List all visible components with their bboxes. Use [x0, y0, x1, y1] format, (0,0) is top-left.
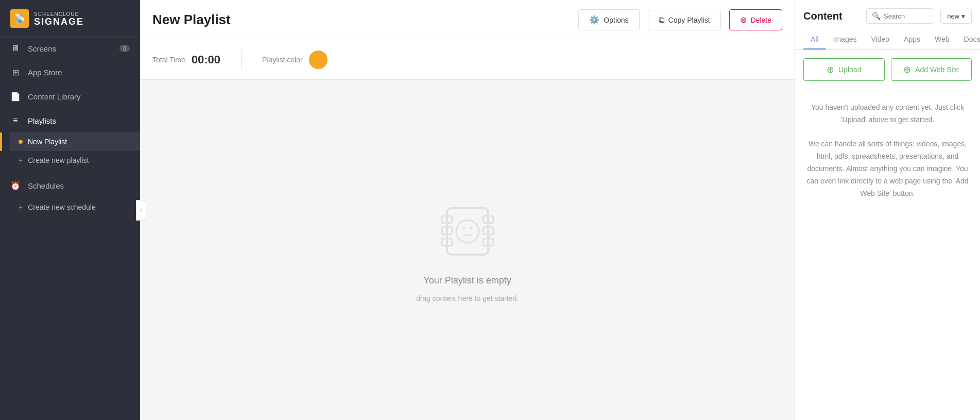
add-website-button[interactable]: ⊕ Add Web Site [891, 58, 972, 81]
search-box[interactable]: 🔍 [866, 8, 934, 24]
right-panel-empty-message: You haven't uploaded any content yet. Ju… [795, 89, 980, 212]
tab-docs[interactable]: Docs [957, 30, 980, 49]
screens-icon: 🖥 [10, 44, 21, 53]
chevron-down-icon: ▾ [961, 12, 965, 20]
new-playlist-label: New Playlist [28, 138, 67, 146]
screens-badge: 0 [119, 45, 130, 52]
svg-point-9 [470, 227, 472, 229]
playlist-color-stat: Playlist color [262, 51, 328, 69]
right-panel-title: Content [803, 10, 860, 22]
add-website-icon: ⊕ [903, 64, 911, 75]
playlists-label: Playlists [28, 116, 56, 125]
upload-icon: ⊕ [827, 64, 834, 75]
action-buttons: ⊕ Upload ⊕ Add Web Site [795, 50, 980, 89]
playlists-subnav: New Playlist + Create new playlist [0, 132, 140, 170]
create-playlist-label: Create new playlist [28, 156, 89, 164]
new-button[interactable]: new ▾ [940, 9, 972, 24]
logo-area: 📡 ScreenCloud SIGNAGE [0, 0, 140, 37]
sidebar-item-create-new-schedule[interactable]: + Create new schedule [10, 198, 140, 216]
sidebar-item-screens[interactable]: 🖥 Screens 0 [0, 37, 140, 60]
svg-point-7 [456, 220, 479, 243]
sidebar: 📡 ScreenCloud SIGNAGE 🖥 Screens 0 ⊞ App … [0, 0, 140, 420]
logo-emoji: 📡 [14, 13, 25, 24]
plus-icon-schedule: + [19, 203, 23, 211]
copy-icon: ⧉ [659, 15, 664, 25]
tab-apps[interactable]: Apps [897, 30, 927, 49]
tab-web[interactable]: Web [927, 30, 957, 49]
playlist-color-label: Playlist color [262, 56, 303, 64]
search-icon: 🔍 [872, 12, 881, 20]
new-button-label: new [947, 12, 959, 20]
svg-point-8 [462, 227, 465, 229]
tab-video[interactable]: Video [864, 30, 897, 49]
page-header: New Playlist ⚙️ Options ⧉ Copy Playlist … [140, 0, 795, 40]
schedules-subnav: + Create new schedule [0, 198, 140, 216]
right-top-row: Content 🔍 new ▾ [803, 8, 972, 24]
screens-label: Screens [28, 44, 56, 53]
content-library-icon: 📄 [10, 92, 21, 102]
schedules-icon: ⏰ [10, 181, 21, 191]
copy-playlist-label: Copy Playlist [668, 16, 710, 24]
empty-playlist-icon [432, 198, 504, 267]
right-panel-header: Content 🔍 new ▾ All Images Video Apps We… [795, 0, 980, 50]
options-button[interactable]: ⚙️ Options [578, 9, 639, 30]
upload-button[interactable]: ⊕ Upload [803, 58, 885, 81]
delete-button[interactable]: ⊗ Delete [729, 9, 782, 30]
page-title: New Playlist [152, 12, 570, 28]
empty-playlist-subtitle: drag content here to get started. [416, 294, 519, 303]
tab-images[interactable]: Images [826, 30, 864, 49]
total-time-value: 00:00 [192, 53, 220, 66]
options-icon: ⚙️ [589, 15, 599, 25]
logo-text: ScreenCloud SIGNAGE [34, 11, 84, 26]
tab-all[interactable]: All [803, 30, 826, 49]
stat-separator [241, 49, 242, 70]
main: New Playlist ⚙️ Options ⧉ Copy Playlist … [140, 0, 795, 420]
sidebar-item-playlists[interactable]: ≡ Playlists [0, 109, 140, 132]
sidebar-item-appstore[interactable]: ⊞ App Store [0, 60, 140, 85]
delete-icon: ⊗ [740, 15, 747, 25]
svg-rect-0 [447, 208, 488, 255]
delete-label: Delete [751, 16, 771, 24]
empty-playlist-title: Your Playlist is empty [423, 275, 511, 286]
active-dot [19, 140, 23, 144]
total-time-label: Total Time [152, 56, 185, 64]
total-time-stat: Total Time 00:00 [152, 53, 220, 66]
options-label: Options [604, 16, 628, 24]
empty-content-text: You haven't uploaded any content yet. Ju… [807, 103, 969, 197]
brand-bottom: SIGNAGE [34, 17, 84, 26]
content-tabs: All Images Video Apps Web Docs [803, 30, 972, 49]
logo-icon: 📡 [10, 9, 29, 28]
playlist-color-dot[interactable] [309, 51, 328, 69]
sidebar-item-content-library[interactable]: 📄 Content Library [0, 85, 140, 109]
search-input[interactable] [884, 12, 929, 20]
sidebar-item-new-playlist[interactable]: New Playlist [10, 132, 140, 151]
playlists-icon: ≡ [10, 116, 21, 125]
create-schedule-label: Create new schedule [28, 203, 96, 211]
sidebar-collapse-handle[interactable]: ‹ [136, 200, 146, 221]
right-panel: Content 🔍 new ▾ All Images Video Apps We… [795, 0, 980, 420]
appstore-icon: ⊞ [10, 68, 21, 77]
brand-top: ScreenCloud [34, 11, 84, 17]
sidebar-item-schedules[interactable]: ⏰ Schedules [0, 174, 140, 198]
upload-label: Upload [838, 65, 861, 74]
copy-playlist-button[interactable]: ⧉ Copy Playlist [648, 10, 721, 30]
content-library-label: Content Library [28, 92, 81, 101]
add-website-label: Add Web Site [915, 65, 959, 74]
appstore-label: App Store [28, 68, 62, 77]
playlist-drop-area: Your Playlist is empty drag content here… [140, 80, 795, 420]
plus-icon: + [19, 156, 23, 164]
stats-bar: Total Time 00:00 Playlist color [140, 40, 795, 80]
schedules-label: Schedules [28, 181, 64, 190]
sidebar-item-create-new-playlist[interactable]: + Create new playlist [10, 151, 140, 170]
